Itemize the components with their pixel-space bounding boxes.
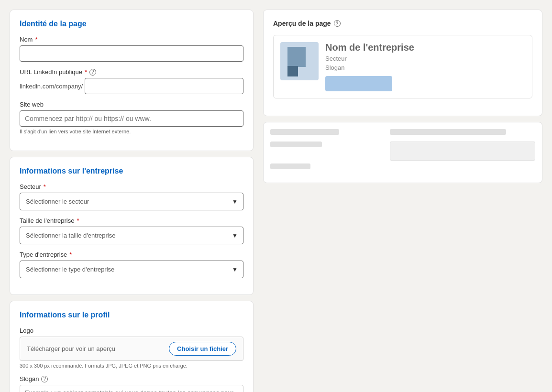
skeleton-preview xyxy=(263,122,542,183)
type-field-group: Type d'entreprise* Sélectionner le type … xyxy=(20,251,243,278)
url-input[interactable] xyxy=(85,78,243,94)
slogan-help-icon[interactable]: ? xyxy=(41,376,48,382)
company-slogan-preview: Slogan xyxy=(325,64,525,71)
company-info-preview: Nom de l'entreprise Secteur Slogan xyxy=(325,42,525,91)
profile-info-title: Informations sur le profil xyxy=(20,311,243,319)
skeleton-bar xyxy=(270,163,310,169)
right-panel: Aperçu de la page ? Nom de l'entreprise … xyxy=(263,10,542,392)
sector-select[interactable]: Sélectionner le secteur xyxy=(20,193,243,210)
skeleton-bar xyxy=(270,142,322,147)
type-select-wrapper: Sélectionner le type d'entreprise ▼ xyxy=(20,261,243,278)
url-prefix: linkedin.com/company/ xyxy=(20,83,83,90)
name-input[interactable] xyxy=(20,45,243,62)
logo-field-group: Logo Télécharger pour voir un aperçu Cho… xyxy=(20,327,243,369)
logo-upload-area: Télécharger pour voir un aperçu Choisir … xyxy=(20,337,243,361)
skeleton-row-1 xyxy=(270,129,535,139)
name-field-group: Nom* xyxy=(20,36,243,62)
company-info-section: Informations sur l'entreprise Secteur* S… xyxy=(10,157,254,295)
logo-placeholder xyxy=(280,42,319,80)
profile-info-section: Informations sur le profil Logo Téléchar… xyxy=(10,301,254,392)
company-name-preview: Nom de l'entreprise xyxy=(325,42,525,53)
preview-title: Aperçu de la page xyxy=(273,20,331,27)
company-sector-preview: Secteur xyxy=(325,55,525,62)
skeleton-bar xyxy=(390,129,506,135)
slogan-label: Slogan ? xyxy=(20,375,243,382)
skeleton-bar xyxy=(270,129,339,135)
preview-header: Aperçu de la page ? xyxy=(273,20,532,27)
type-select[interactable]: Sélectionner le type d'entreprise xyxy=(20,261,243,278)
website-field-group: Site web Il s'agit d'un lien vers votre … xyxy=(20,101,243,134)
upload-hint-text: Télécharger pour voir un aperçu xyxy=(27,345,115,352)
preview-company-block: Nom de l'entreprise Secteur Slogan xyxy=(273,35,532,98)
url-help-icon[interactable]: ? xyxy=(89,69,96,76)
skeleton-row-2 xyxy=(270,142,535,161)
website-label: Site web xyxy=(20,101,243,108)
website-hint: Il s'agit d'un lien vers votre site Inte… xyxy=(20,129,243,134)
url-field-group: URL LinkedIn publique* ? linkedin.com/co… xyxy=(20,68,243,94)
slogan-textarea[interactable] xyxy=(20,385,243,392)
preview-help-icon[interactable]: ? xyxy=(334,20,341,27)
company-info-title: Informations sur l'entreprise xyxy=(20,167,243,175)
sector-field-group: Secteur* Sélectionner le secteur ▼ xyxy=(20,183,243,210)
identity-section: Identité de la page Nom* URL LinkedIn pu… xyxy=(10,10,254,151)
preview-card: Aperçu de la page ? Nom de l'entreprise … xyxy=(263,10,542,116)
follow-button-preview xyxy=(325,76,392,91)
skeleton-left-1 xyxy=(270,129,385,139)
url-label: URL LinkedIn publique* ? xyxy=(20,68,243,76)
website-input[interactable] xyxy=(20,110,243,127)
skeleton-left-2 xyxy=(270,142,385,161)
sector-select-wrapper: Sélectionner le secteur ▼ xyxy=(20,193,243,210)
choose-file-button[interactable]: Choisir un fichier xyxy=(169,342,236,356)
skeleton-row-3 xyxy=(270,163,535,173)
skeleton-left-3 xyxy=(270,163,385,173)
left-panel: Identité de la page Nom* URL LinkedIn pu… xyxy=(10,10,254,392)
skeleton-box xyxy=(390,142,535,161)
identity-title: Identité de la page xyxy=(20,20,243,28)
size-label: Taille de l'entreprise* xyxy=(20,217,243,224)
skeleton-right-2 xyxy=(390,142,535,161)
size-select[interactable]: Sélectionner la taille d'entreprise xyxy=(20,227,243,244)
slogan-field-group: Slogan ? xyxy=(20,375,243,392)
sector-label: Secteur* xyxy=(20,183,243,190)
name-label: Nom* xyxy=(20,36,243,43)
size-select-wrapper: Sélectionner la taille d'entreprise ▼ xyxy=(20,227,243,244)
size-field-group: Taille de l'entreprise* Sélectionner la … xyxy=(20,217,243,244)
logo-label: Logo xyxy=(20,327,243,334)
type-label: Type d'entreprise* xyxy=(20,251,243,258)
logo-hint: 300 x 300 px recommandé. Formats JPG, JP… xyxy=(20,363,243,369)
skeleton-right-1 xyxy=(390,129,535,139)
